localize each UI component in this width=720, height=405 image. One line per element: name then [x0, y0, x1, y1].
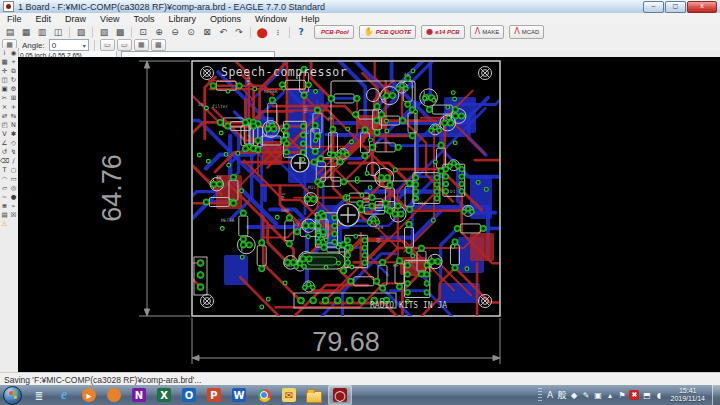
- zoom-out-button[interactable]: ⊖: [167, 25, 183, 39]
- minimize-button[interactable]: –: [643, 1, 664, 13]
- tool-mark-button[interactable]: ⌖: [9, 57, 18, 66]
- tool-info-button[interactable]: i: [0, 48, 9, 57]
- menu-file[interactable]: File: [0, 13, 29, 25]
- display-layers-button[interactable]: ▧: [96, 25, 112, 39]
- undo-button[interactable]: ↶: [215, 25, 231, 39]
- load-script-button[interactable]: ▨: [73, 25, 89, 39]
- taskbar-powerpoint[interactable]: P: [203, 386, 225, 404]
- tool-circle-button[interactable]: ○: [9, 165, 18, 174]
- taskbar-eagle[interactable]: ◯: [328, 385, 352, 405]
- tool-delete-button[interactable]: ×: [0, 102, 9, 111]
- tool-smash-button[interactable]: ✱: [9, 129, 18, 138]
- mirror-toggle-button[interactable]: ▭: [100, 39, 115, 51]
- zoom-fit-button[interactable]: ⊡: [135, 25, 151, 39]
- action-center-flag-icon[interactable]: ⚑: [617, 389, 626, 401]
- tool-ripup-button[interactable]: ⌫: [0, 156, 9, 165]
- tool-group-button[interactable]: ▣: [0, 84, 9, 93]
- tool-optimize-button[interactable]: ↺: [0, 147, 9, 156]
- show-desktop-button[interactable]: [712, 385, 720, 405]
- menu-library[interactable]: Library: [161, 13, 203, 25]
- tool-change-button[interactable]: ⚙: [9, 84, 18, 93]
- menu-tools[interactable]: Tools: [126, 13, 161, 25]
- tool-split-button[interactable]: ◇: [9, 138, 18, 147]
- tool-auto-button[interactable]: ⌁: [9, 201, 18, 210]
- virus-alert-icon[interactable]: ✖: [629, 390, 639, 400]
- menu-draw[interactable]: Draw: [58, 13, 93, 25]
- menu-window[interactable]: Window: [248, 13, 294, 25]
- taskbar-word[interactable]: W: [228, 386, 250, 404]
- tool-copy-button[interactable]: ⧉: [9, 66, 18, 75]
- board-canvas[interactable]: GNDOUTMICMETERIN9VRFAFC1R12D1VR1Q3L2filt…: [18, 57, 720, 372]
- tool-paste-button[interactable]: ⊞: [9, 93, 18, 102]
- spin-toggle-button[interactable]: ▭: [117, 39, 132, 51]
- taskbar-internet-explorer[interactable]: e: [53, 386, 75, 404]
- menu-help[interactable]: Help: [294, 13, 327, 25]
- tool-text-button[interactable]: T: [0, 165, 9, 174]
- tool-rect-button[interactable]: ▭: [9, 174, 18, 183]
- pcb-quote-button[interactable]: ✋PCB QUOTE: [359, 25, 417, 39]
- taskbar-task-view[interactable]: ≣: [28, 386, 50, 404]
- tray-tools-icon[interactable]: ✎: [581, 389, 590, 401]
- tool-replace-button[interactable]: ⇆: [9, 111, 18, 120]
- stop-button[interactable]: ⬤: [254, 25, 270, 39]
- menu-edit[interactable]: Edit: [29, 13, 59, 25]
- hidden-icons-icon[interactable]: ▴: [605, 389, 614, 401]
- tool-miter-button[interactable]: ∠: [0, 138, 9, 147]
- tray-caps-icon[interactable]: ▣: [593, 389, 602, 401]
- tool-add-button[interactable]: +: [9, 102, 18, 111]
- tool-drc-button[interactable]: ▤: [0, 210, 9, 219]
- volume-icon[interactable]: ◖: [654, 389, 663, 401]
- tool-mirror-button[interactable]: ◫: [0, 75, 9, 84]
- taskbar-clock[interactable]: 15:41 2019/11/14: [670, 387, 705, 403]
- start-button[interactable]: [3, 386, 22, 405]
- tray-app-red-icon[interactable]: ◆: [569, 389, 578, 401]
- tool-route-button[interactable]: ↯: [9, 147, 18, 156]
- tool-errors-button[interactable]: ☒: [9, 210, 18, 219]
- go-button[interactable]: ⁝: [270, 25, 286, 39]
- tool-ratsnest-button[interactable]: ≣: [0, 201, 9, 210]
- taskbar-onenote[interactable]: N: [128, 386, 150, 404]
- tool-show-button[interactable]: ◉: [9, 48, 18, 57]
- ime-mode-indicator[interactable]: 般: [557, 389, 566, 401]
- menu-view[interactable]: View: [93, 13, 126, 25]
- tool-wire-button[interactable]: ∕: [9, 156, 18, 165]
- print-button[interactable]: ▥: [34, 25, 50, 39]
- tool-value-button[interactable]: V: [0, 129, 9, 138]
- taskbar-media-player[interactable]: ▸: [78, 386, 100, 404]
- maximize-button[interactable]: ◻: [665, 1, 686, 13]
- tool-display-button[interactable]: ▦: [0, 57, 9, 66]
- taskbar-explorer-folder[interactable]: [303, 386, 325, 404]
- grid-button[interactable]: ▩: [112, 25, 128, 39]
- zoom-in-button[interactable]: ⊕: [151, 25, 167, 39]
- tool-arc-button[interactable]: ◠: [0, 174, 9, 183]
- menu-options[interactable]: Options: [203, 13, 248, 25]
- tool-pinswap-button[interactable]: ⇄: [0, 111, 9, 120]
- zoom-select-button[interactable]: ⊠: [199, 25, 215, 39]
- tool-hole-button[interactable]: ●: [9, 192, 18, 201]
- tool-signal-button[interactable]: ~: [0, 192, 9, 201]
- tool-move-button[interactable]: ✛: [0, 66, 9, 75]
- mcad-button[interactable]: ΛMCAD: [509, 25, 544, 39]
- close-button[interactable]: x: [687, 1, 717, 13]
- pattern-b-button[interactable]: ▩: [151, 39, 166, 51]
- taskbar-firefox[interactable]: [103, 386, 125, 404]
- angle-select[interactable]: 0 ▾: [49, 39, 89, 51]
- redo-button[interactable]: ↷: [231, 25, 247, 39]
- taskbar-chrome[interactable]: [253, 386, 275, 404]
- taskbar-excel[interactable]: X: [153, 386, 175, 404]
- tool-lock-button[interactable]: ◰: [0, 120, 9, 129]
- tool-via-button[interactable]: ◎: [9, 183, 18, 192]
- pcb-pool-button[interactable]: PCB-Pool: [314, 25, 354, 39]
- taskbar-outlook[interactable]: O: [178, 386, 200, 404]
- ime-language-indicator[interactable]: A: [545, 389, 554, 401]
- make-button[interactable]: ΛMAKE: [470, 25, 505, 39]
- taskbar-sticky-notes[interactable]: ✉: [278, 386, 300, 404]
- pattern-a-button[interactable]: ▦: [134, 39, 149, 51]
- zoom-redraw-button[interactable]: ⊙: [183, 25, 199, 39]
- tool-rotate-button[interactable]: ↻: [9, 75, 18, 84]
- network-icon[interactable]: ⬒: [642, 389, 651, 401]
- tool-cut-button[interactable]: ✂: [0, 93, 9, 102]
- open-file-button[interactable]: ▤: [2, 25, 18, 39]
- cam-processor-button[interactable]: ◫: [50, 25, 66, 39]
- help-button[interactable]: ?: [293, 25, 309, 39]
